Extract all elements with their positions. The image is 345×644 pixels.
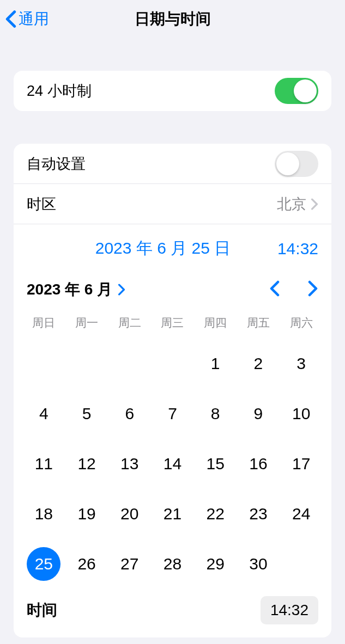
card-24hour: 24 小时制 <box>14 71 331 111</box>
day-number: 5 <box>70 397 104 431</box>
current-date[interactable]: 2023 年 6 月 25 日 <box>49 237 277 260</box>
day-cell[interactable]: 26 <box>65 547 108 581</box>
toggle-24hour[interactable] <box>275 78 318 104</box>
day-cell <box>108 347 151 381</box>
day-cell[interactable]: 25 <box>22 547 65 581</box>
month-arrows <box>269 280 318 299</box>
day-cell[interactable]: 9 <box>237 397 280 431</box>
day-cell[interactable]: 29 <box>194 547 237 581</box>
chevron-right-icon <box>118 284 125 296</box>
day-number: 10 <box>285 397 318 431</box>
month-label: 2023 年 6 月 <box>27 279 112 300</box>
day-number: 22 <box>198 497 232 531</box>
weekday-label: 周一 <box>65 312 108 334</box>
day-number: 29 <box>198 547 232 581</box>
day-cell[interactable]: 5 <box>65 397 108 431</box>
day-cell[interactable]: 18 <box>22 497 65 531</box>
day-number: 27 <box>113 547 147 581</box>
day-cell[interactable]: 24 <box>280 497 323 531</box>
day-cell[interactable]: 30 <box>237 547 280 581</box>
day-number: 9 <box>241 397 275 431</box>
day-number: 23 <box>241 497 275 531</box>
day-cell[interactable]: 3 <box>280 347 323 381</box>
day-cell[interactable]: 19 <box>65 497 108 531</box>
day-number: 24 <box>285 497 318 531</box>
day-number: 1 <box>198 347 232 381</box>
day-number: 12 <box>70 447 104 481</box>
day-number: 20 <box>113 497 147 531</box>
day-number: 15 <box>198 447 232 481</box>
day-number: 14 <box>155 447 189 481</box>
back-button[interactable]: 通用 <box>5 9 49 29</box>
card-datetime: 自动设置 时区 北京 2023 年 6 月 25 日 14:32 2023 年 … <box>14 144 331 637</box>
next-month-button[interactable] <box>307 280 318 299</box>
day-number: 4 <box>27 397 60 431</box>
day-cell[interactable]: 8 <box>194 397 237 431</box>
day-cell[interactable]: 4 <box>22 397 65 431</box>
day-cell[interactable]: 27 <box>108 547 151 581</box>
row-time: 时间 14:32 <box>14 587 331 637</box>
toggle-knob <box>276 152 299 175</box>
weekday-label: 周日 <box>22 312 65 334</box>
month-picker[interactable]: 2023 年 6 月 <box>27 279 125 300</box>
row-current-datetime: 2023 年 6 月 25 日 14:32 <box>14 224 331 264</box>
day-cell[interactable]: 28 <box>151 547 194 581</box>
day-number: 7 <box>155 397 189 431</box>
day-number: 25 <box>27 547 60 581</box>
footer-note: 打开"定位服务"将提高自动时区准确性。 <box>0 637 345 644</box>
day-number: 13 <box>113 447 147 481</box>
day-cell[interactable]: 14 <box>151 447 194 481</box>
day-number: 21 <box>155 497 189 531</box>
day-number: 26 <box>70 547 104 581</box>
weekday-label: 周五 <box>237 312 280 334</box>
weekday-header: 周日周一周二周三周四周五周六 <box>14 312 331 334</box>
row-timezone[interactable]: 时区 北京 <box>14 184 331 224</box>
back-label: 通用 <box>19 9 49 29</box>
prev-month-button[interactable] <box>269 280 280 299</box>
header: 通用 日期与时间 <box>0 0 345 38</box>
day-cell[interactable]: 21 <box>151 497 194 531</box>
day-number: 30 <box>241 547 275 581</box>
day-number: 11 <box>27 447 60 481</box>
day-cell[interactable]: 15 <box>194 447 237 481</box>
row-auto-set: 自动设置 <box>14 144 331 184</box>
label-timezone: 时区 <box>27 194 56 214</box>
day-cell[interactable]: 11 <box>22 447 65 481</box>
time-label: 时间 <box>27 600 57 621</box>
page-title: 日期与时间 <box>135 9 211 29</box>
day-number: 8 <box>198 397 232 431</box>
label-auto-set: 自动设置 <box>27 154 86 174</box>
day-cell[interactable]: 22 <box>194 497 237 531</box>
day-cell[interactable]: 10 <box>280 397 323 431</box>
time-value[interactable]: 14:32 <box>261 596 318 624</box>
day-cell <box>65 347 108 381</box>
day-number: 16 <box>241 447 275 481</box>
month-nav: 2023 年 6 月 <box>14 264 331 309</box>
chevron-left-icon <box>269 280 280 297</box>
day-number: 28 <box>155 547 189 581</box>
day-cell[interactable]: 20 <box>108 497 151 531</box>
day-cell[interactable]: 23 <box>237 497 280 531</box>
weekday-label: 周三 <box>151 312 194 334</box>
chevron-right-icon <box>311 198 318 210</box>
toggle-auto-set[interactable] <box>275 151 318 177</box>
timezone-value-wrap: 北京 <box>277 194 318 214</box>
day-cell[interactable]: 2 <box>237 347 280 381</box>
day-cell[interactable]: 7 <box>151 397 194 431</box>
day-number: 19 <box>70 497 104 531</box>
day-cell[interactable]: 16 <box>237 447 280 481</box>
weekday-label: 周四 <box>194 312 237 334</box>
day-number: 2 <box>241 347 275 381</box>
day-cell[interactable]: 12 <box>65 447 108 481</box>
day-cell[interactable]: 17 <box>280 447 323 481</box>
day-number: 18 <box>27 497 60 531</box>
day-number: 17 <box>285 447 318 481</box>
day-cell[interactable]: 1 <box>194 347 237 381</box>
chevron-left-icon <box>5 10 16 28</box>
day-cell[interactable]: 6 <box>108 397 151 431</box>
current-time[interactable]: 14:32 <box>277 240 318 258</box>
weekday-label: 周二 <box>108 312 151 334</box>
weekday-label: 周六 <box>280 312 323 334</box>
day-cell <box>22 347 65 381</box>
day-cell[interactable]: 13 <box>108 447 151 481</box>
